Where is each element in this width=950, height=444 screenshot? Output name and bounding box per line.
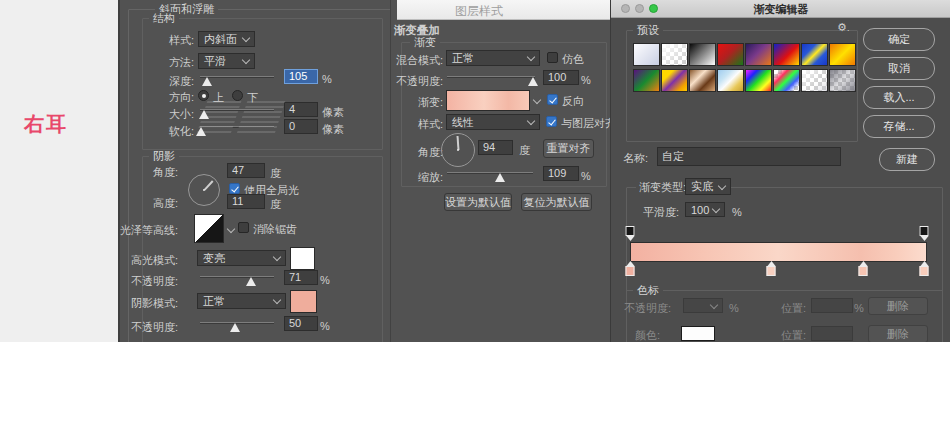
- ok-button[interactable]: 确定: [863, 28, 935, 51]
- shadow-opacity-slider[interactable]: [200, 316, 274, 329]
- gradient-preset-yellow-violet-orange[interactable]: [661, 69, 688, 92]
- shadow-mode-dropdown[interactable]: 正常: [197, 293, 286, 309]
- depth-value-field[interactable]: 105: [284, 69, 318, 84]
- smoothness-label: 平滑度:: [643, 206, 679, 218]
- gradient-editor-dialog: 渐变编辑器 预设 ⚙. 确定 取消 载入... 存储... 新建 名称: 自定 …: [610, 0, 950, 342]
- gradient-preset-black-white[interactable]: [689, 43, 716, 66]
- reset-default-button[interactable]: 复位为默认值: [521, 193, 592, 211]
- shadow-mode-value: 正常: [203, 294, 225, 309]
- gradient-preset-neutral-density[interactable]: [829, 69, 856, 92]
- load-button[interactable]: 载入...: [863, 86, 935, 109]
- stop-color-swatch[interactable]: [681, 326, 715, 341]
- angle-label: 角度:: [134, 166, 178, 178]
- technique-dropdown[interactable]: 平滑: [198, 53, 255, 69]
- contour-thumbnail[interactable]: [194, 214, 224, 243]
- opacity-stop[interactable]: [625, 226, 636, 241]
- highlight-opacity-slider[interactable]: [200, 270, 274, 283]
- gradient-group-title: 渐变: [410, 36, 440, 49]
- highlight-opacity-field[interactable]: 71: [284, 270, 318, 285]
- overlay-opacity-field[interactable]: 100: [543, 70, 579, 85]
- gradient-bar[interactable]: [630, 242, 927, 262]
- highlight-mode-dropdown[interactable]: 变亮: [197, 250, 286, 266]
- save-button[interactable]: 存储...: [863, 115, 935, 138]
- anti-alias-checkbox[interactable]: [238, 222, 249, 233]
- size-value-field[interactable]: 4: [284, 102, 318, 117]
- cancel-button[interactable]: 取消: [863, 57, 935, 80]
- gradient-preset-blue-red-yellow[interactable]: [773, 43, 800, 66]
- color-stop[interactable]: [766, 261, 777, 277]
- shadow-color-swatch[interactable]: [290, 290, 317, 313]
- gradient-preset-copper[interactable]: [689, 69, 716, 92]
- global-light-checkbox[interactable]: [229, 183, 240, 194]
- gradient-preset-transparent-stripes[interactable]: [801, 69, 828, 92]
- color-stop[interactable]: [625, 261, 636, 277]
- direction-label: 方向:: [150, 91, 194, 103]
- soften-value-field[interactable]: 0: [284, 119, 318, 134]
- gear-icon[interactable]: ⚙.: [837, 21, 849, 34]
- color-stop[interactable]: [858, 261, 869, 277]
- reverse-label: 反向: [562, 95, 584, 107]
- gradient-preset-red-green[interactable]: [717, 43, 744, 66]
- slider-track: [200, 276, 274, 278]
- overlay-angle-dial[interactable]: [441, 133, 475, 167]
- gradient-preset-chrome[interactable]: [717, 69, 744, 92]
- color-stop[interactable]: [919, 261, 930, 277]
- direction-up-radio[interactable]: [198, 90, 209, 101]
- overlay-angle-field[interactable]: 94: [478, 140, 513, 155]
- highlight-mode-label: 高光模式:: [120, 254, 178, 266]
- gradient-preview-swatch[interactable]: [446, 90, 530, 111]
- direction-down-radio[interactable]: [232, 90, 243, 101]
- stop-color-label: 颜色:: [635, 329, 660, 341]
- overlay-opacity-slider[interactable]: [447, 70, 535, 83]
- angle-value-field[interactable]: 47: [227, 163, 265, 178]
- gradient-preset-blue-yellow-blue[interactable]: [801, 43, 828, 66]
- scale-slider[interactable]: [447, 166, 533, 179]
- name-label: 名称:: [623, 152, 648, 164]
- overlay-style-label: 样式:: [391, 118, 443, 130]
- gradient-preset-spectrum[interactable]: [745, 69, 772, 92]
- opacity-stop[interactable]: [919, 226, 930, 241]
- shadow-mode-label: 阴影模式:: [120, 297, 178, 309]
- gradient-preset-orange-yellow-orange[interactable]: [829, 43, 856, 66]
- slider-thumb[interactable]: [230, 318, 240, 332]
- altitude-value-field[interactable]: 11: [227, 194, 265, 209]
- dither-checkbox[interactable]: [547, 52, 558, 63]
- angle-dial[interactable]: [188, 174, 220, 206]
- gradient-preset-fg-to-bg[interactable]: [633, 43, 660, 66]
- depth-slider[interactable]: [200, 70, 274, 83]
- stop-opacity-label: 不透明度:: [624, 302, 671, 314]
- gradient-type-dropdown[interactable]: 实底: [685, 178, 731, 195]
- gradient-overlay-heading: 渐变叠加: [394, 24, 440, 36]
- overlay-angle-label: 角度:: [391, 146, 443, 158]
- window-title: 图层样式: [455, 3, 503, 20]
- slider-thumb[interactable]: [495, 168, 505, 182]
- gradient-preset-fg-to-transparent[interactable]: [661, 43, 688, 66]
- slider-thumb[interactable]: [528, 72, 538, 86]
- smoothness-unit: %: [732, 206, 742, 218]
- slider-thumb[interactable]: [202, 72, 212, 86]
- reverse-checkbox[interactable]: [547, 94, 558, 105]
- gradient-preset-transparent-rainbow[interactable]: [773, 69, 800, 92]
- blend-mode-dropdown[interactable]: 正常: [446, 50, 540, 66]
- style-dropdown[interactable]: 内斜面: [198, 31, 255, 47]
- shadow-opacity-field[interactable]: 50: [284, 316, 318, 331]
- highlight-color-swatch[interactable]: [290, 247, 315, 270]
- overlay-style-dropdown[interactable]: 线性: [446, 114, 540, 130]
- align-with-layer-checkbox[interactable]: [546, 116, 557, 127]
- gradient-preset-violet-orange[interactable]: [745, 43, 772, 66]
- slider-thumb[interactable]: [246, 272, 256, 286]
- smoothness-field[interactable]: 100: [685, 202, 725, 217]
- presets-title: 预设: [633, 24, 663, 37]
- scale-field[interactable]: 109: [543, 166, 579, 181]
- set-default-button[interactable]: 设置为默认值: [444, 193, 512, 211]
- new-button[interactable]: 新建: [879, 148, 935, 171]
- highlight-mode-value: 变亮: [203, 251, 225, 266]
- reset-align-button[interactable]: 重置对齐: [543, 139, 594, 158]
- gradient-preset-violet-green-orange[interactable]: [633, 69, 660, 92]
- delete-stop-button2: 删除: [868, 325, 928, 342]
- gradient-editor-titlebar[interactable]: 渐变编辑器: [611, 0, 950, 18]
- size-label: 大小:: [150, 108, 194, 120]
- name-input[interactable]: 自定: [657, 147, 841, 166]
- depth-unit: %: [322, 73, 332, 85]
- chevron-down-icon: [712, 204, 720, 212]
